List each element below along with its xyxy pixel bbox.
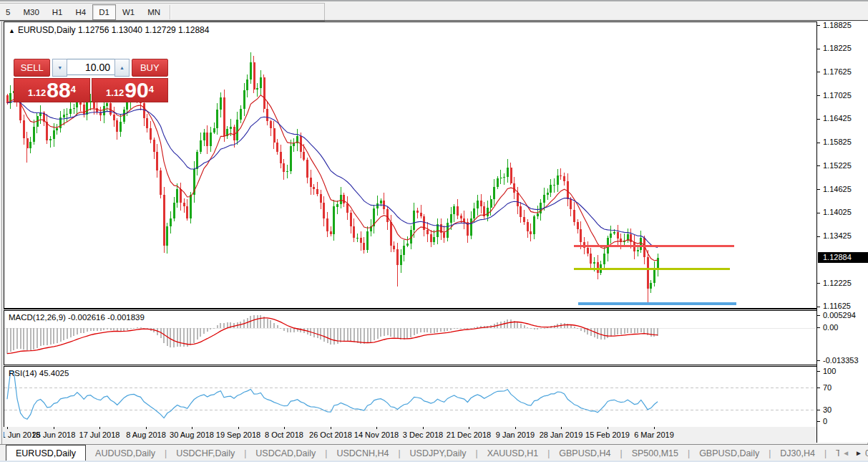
main-chart-panel[interactable]: ▲EURUSD,Daily 1.12756 1.13040 1.12729 1.… <box>4 21 818 309</box>
date-tick-label: 8 Oct 2018 <box>265 430 303 439</box>
panel-divider[interactable] <box>4 309 817 309</box>
macd-indicator-panel[interactable]: MACD(12,26,9) -0.002616 -0.001839 <box>4 310 818 365</box>
date-tick <box>192 427 192 429</box>
axis-tick <box>817 360 820 361</box>
axis-tick <box>817 49 820 49</box>
chart-tab-eurusd[interactable]: EURUSD,Daily <box>6 445 86 461</box>
axis-tick <box>817 388 820 388</box>
date-tick <box>7 427 8 429</box>
tab-scroll-left-icon[interactable]: ◄ <box>842 449 849 457</box>
axis-tick <box>817 236 820 237</box>
indicator-tick-label: 0 <box>823 417 827 425</box>
rsi-indicator-panel[interactable]: RSI(14) 45.4025 <box>4 366 818 428</box>
date-tick-label: 21 Dec 2018 <box>447 430 491 439</box>
date-tick-label: 26 Oct 2018 <box>309 430 352 439</box>
timeframe-button-w1[interactable]: W1 <box>116 4 141 20</box>
axis-tick <box>817 119 820 120</box>
price-tick-label: 1.12225 <box>823 279 852 287</box>
chart-tab-gbpusd[interactable]: GBPUSD,H4 <box>550 445 620 461</box>
one-click-collapse-icon[interactable]: ▲ <box>9 27 15 34</box>
sell-price-prefix: 1.12 <box>28 86 46 100</box>
buy-button[interactable]: BUY <box>132 59 168 77</box>
price-tick-label: 1.17025 <box>823 91 852 100</box>
axis-tick <box>817 143 820 143</box>
date-tick-label: 6 Mar 2019 <box>634 430 674 439</box>
date-axis[interactable]: 1 Jun 201825 Jun 201817 Jul 20188 Aug 20… <box>4 427 816 443</box>
volume-decrease-button[interactable]: ▼ <box>52 59 67 77</box>
volume-increase-button[interactable]: ▲ <box>114 59 130 77</box>
axis-tick <box>817 25 820 26</box>
chart-tab-gbpusd[interactable]: GBPUSD,Daily <box>690 445 769 461</box>
timeframe-button-d1[interactable]: D1 <box>92 4 116 20</box>
date-tick-label: 30 Aug 2018 <box>170 430 214 439</box>
timeframe-button-mn[interactable]: MN <box>141 4 167 20</box>
date-tick-label: 28 Jan 2019 <box>540 430 583 439</box>
chart-tab-audusd[interactable]: AUDUSD,Daily <box>86 445 165 461</box>
axis-tick <box>817 72 820 72</box>
date-tick-label: 25 Jun 2018 <box>32 430 76 439</box>
buy-price-pips: 90 <box>125 80 148 100</box>
price-tick-label: 1.15225 <box>823 161 852 170</box>
date-tick <box>515 427 516 429</box>
chart-tab-usdjpy[interactable]: USDJPY,Daily <box>401 445 476 461</box>
buy-price-display[interactable]: 1.12 90 4 <box>92 78 168 102</box>
price-tick-label: 1.15825 <box>823 138 852 146</box>
current-price-badge: 1.12884 <box>818 252 868 263</box>
timeframe-button-5[interactable]: 5 <box>0 4 16 20</box>
timeframe-button-h4[interactable]: H4 <box>69 4 92 20</box>
volume-input[interactable] <box>67 59 114 75</box>
buy-price-point: 4 <box>149 79 154 100</box>
date-tick-label: 9 Jan 2019 <box>496 430 535 439</box>
price-tick-label: 1.14025 <box>823 208 852 216</box>
price-tick-label: 1.18825 <box>823 21 852 29</box>
chart-symbol-label: EURUSD,Daily <box>18 25 76 35</box>
date-tick <box>376 427 377 429</box>
rsi-chart-canvas[interactable] <box>4 367 816 425</box>
axis-tick <box>817 283 820 284</box>
chart-tab-usdcad[interactable]: USDCAD,Daily <box>246 445 325 461</box>
price-tick-label: 1.13425 <box>823 231 852 240</box>
timeframe-button-m30[interactable]: M30 <box>16 4 45 20</box>
axis-tick <box>817 213 820 213</box>
tab-scroll-right-icon[interactable]: ► <box>855 449 862 457</box>
rsi-label: RSI(14) 45.4025 <box>9 369 69 377</box>
chart-tab-sp500[interactable]: SP500,M15 <box>623 445 688 461</box>
chart-tab-usdchf[interactable]: USDCHF,Daily <box>167 445 244 461</box>
date-tick <box>331 427 331 429</box>
date-tick-label: 14 Nov 2018 <box>354 430 399 439</box>
axis-tick <box>817 315 820 316</box>
chart-tab-dj30[interactable]: DJ30,H4 <box>771 445 824 461</box>
one-click-trading-panel: SELL ▼ ▲ BUY 1.12 88 4 1.12 <box>14 59 168 102</box>
sell-button[interactable]: SELL <box>14 59 50 77</box>
date-tick <box>654 427 655 429</box>
sell-price-pips: 88 <box>47 80 70 100</box>
chart-tab-usdcnh[interactable]: USDCNH,H4 <box>327 445 398 461</box>
indicator-tick-label: -0.013353 <box>823 356 859 365</box>
price-axis[interactable]: 1.12884 1.188251.182251.176251.170251.16… <box>816 21 868 443</box>
arrow-down-icon: ▼ <box>57 65 62 70</box>
axis-tick <box>817 410 820 410</box>
toolbar-separator <box>170 5 171 19</box>
divider <box>0 20 868 21</box>
axis-tick <box>817 95 820 96</box>
chart-header: ▲EURUSD,Daily 1.12756 1.13040 1.12729 1.… <box>9 25 209 35</box>
date-tick-label: 15 Feb 2019 <box>585 430 630 439</box>
date-tick-label: 8 Aug 2018 <box>126 430 166 439</box>
timeframe-button-h1[interactable]: H1 <box>46 4 69 20</box>
indicator-tick-label: 70 <box>823 383 832 392</box>
window-frame-left <box>1 21 2 461</box>
chart-tab-xauusd[interactable]: XAUUSD,H1 <box>478 445 548 461</box>
indicator-tick-label: 0.00 <box>823 323 838 332</box>
date-tick <box>238 427 239 429</box>
chart-ohlc-values: 1.12756 1.13040 1.12729 1.12884 <box>78 25 210 35</box>
axis-tick <box>817 165 820 166</box>
indicator-tick-label: 100 <box>823 367 836 375</box>
price-tick-label: 1.11625 <box>823 302 851 310</box>
axis-tick <box>817 189 820 190</box>
sell-price-display[interactable]: 1.12 88 4 <box>14 78 90 102</box>
date-tick <box>608 427 608 429</box>
price-tick-label: 1.18225 <box>823 44 852 52</box>
price-tick-label: 1.16425 <box>823 114 852 122</box>
panel-divider[interactable] <box>4 365 817 365</box>
axis-tick <box>817 307 820 307</box>
